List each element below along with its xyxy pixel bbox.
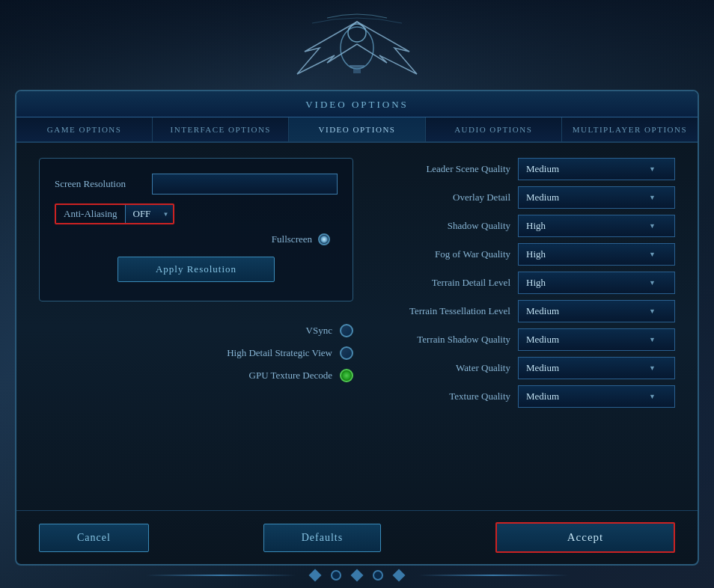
footer-bar: Cancel Defaults Accept <box>16 510 698 564</box>
quality-dropdown-2[interactable]: High <box>518 215 675 237</box>
quality-dropdown-0[interactable]: Medium <box>518 158 675 180</box>
tab-game-options[interactable]: GAME OPTIONS <box>16 117 153 141</box>
gpu-decode-label: GPU Texture Decode <box>249 370 332 382</box>
quality-dropdown-8[interactable]: Medium <box>518 385 675 408</box>
quality-row: Overlay DetailMedium <box>383 186 675 209</box>
dialog-content: Screen Resolution Anti-Aliasing OFF Full… <box>16 143 698 510</box>
quality-label-3: Fog of War Quality <box>383 248 510 260</box>
quality-value-6: Medium <box>526 334 559 346</box>
quality-value-5: Medium <box>526 305 559 317</box>
left-panel: Screen Resolution Anti-Aliasing OFF Full… <box>39 158 353 495</box>
quality-label-6: Terrain Shadow Quality <box>383 334 510 346</box>
quality-label-5: Terrain Tessellation Level <box>383 305 510 317</box>
quality-value-8: Medium <box>526 391 559 402</box>
deco-circle-left <box>331 570 341 581</box>
quality-row: Texture QualityMedium <box>383 385 675 408</box>
resolution-row: Screen Resolution <box>55 174 338 195</box>
high-detail-row: High Detail Strategic View <box>39 346 353 360</box>
quality-dropdown-4[interactable]: High <box>518 272 675 294</box>
quality-value-7: Medium <box>526 362 559 374</box>
right-panel: Leader Scene QualityMediumOverlay Detail… <box>383 158 675 495</box>
quality-value-4: High <box>526 277 546 289</box>
tab-audio-options[interactable]: AUDIO OPTIONS <box>426 117 562 141</box>
hero-banner <box>0 0 714 96</box>
quality-dropdown-3[interactable]: High <box>518 243 675 266</box>
quality-row: Fog of War QualityHigh <box>383 243 675 266</box>
deco-diamond-center <box>351 569 364 581</box>
antialiasing-row: Anti-Aliasing OFF <box>55 203 174 224</box>
apply-btn-wrap: Apply Resolution <box>55 257 338 282</box>
fullscreen-label: Fullscreen <box>272 233 312 245</box>
quality-value-1: Medium <box>526 192 559 203</box>
deco-line-right <box>418 575 568 576</box>
dialog-title: VIDEO OPTIONS <box>305 99 409 110</box>
quality-dropdown-1[interactable]: Medium <box>518 186 675 209</box>
quality-dropdown-6[interactable]: Medium <box>518 328 675 351</box>
dialog-title-bar: VIDEO OPTIONS <box>16 91 698 117</box>
fullscreen-row: Fullscreen <box>55 233 338 245</box>
deco-circle-right <box>373 570 383 581</box>
tab-multiplayer-options[interactable]: MULTIPLAYER OPTIONS <box>562 117 698 141</box>
vsync-section: VSync High Detail Strategic View GPU Tex… <box>39 316 353 382</box>
quality-row: Leader Scene QualityMedium <box>383 158 675 180</box>
bottom-decoration <box>0 562 714 588</box>
quality-label-7: Water Quality <box>383 362 510 374</box>
deco-diamond-left <box>309 569 322 581</box>
antialiasing-dropdown[interactable]: OFF <box>126 205 174 223</box>
svg-rect-3 <box>353 67 361 73</box>
quality-value-0: Medium <box>526 163 559 175</box>
quality-label-8: Texture Quality <box>383 391 510 402</box>
vsync-label: VSync <box>306 325 332 337</box>
resolution-box: Screen Resolution Anti-Aliasing OFF Full… <box>39 158 353 301</box>
gpu-decode-row: GPU Texture Decode <box>39 369 353 382</box>
quality-row: Terrain Shadow QualityMedium <box>383 328 675 351</box>
quality-row: Shadow QualityHigh <box>383 215 675 237</box>
quality-label-1: Overlay Detail <box>383 192 510 203</box>
defaults-button[interactable]: Defaults <box>263 524 381 552</box>
resolution-input[interactable] <box>152 174 338 195</box>
quality-label-4: Terrain Detail Level <box>383 277 510 289</box>
tab-bar: GAME OPTIONS INTERFACE OPTIONS VIDEO OPT… <box>16 117 698 143</box>
quality-row: Water QualityMedium <box>383 357 675 379</box>
svg-rect-2 <box>350 65 364 67</box>
antialiasing-label: Anti-Aliasing <box>56 205 126 223</box>
accept-button[interactable]: Accept <box>495 522 675 553</box>
high-detail-checkbox[interactable] <box>340 346 353 360</box>
quality-row: Terrain Detail LevelHigh <box>383 272 675 294</box>
apply-resolution-button[interactable]: Apply Resolution <box>118 257 275 282</box>
high-detail-label: High Detail Strategic View <box>227 347 332 359</box>
vsync-row: VSync <box>39 324 353 337</box>
quality-value-2: High <box>526 220 546 232</box>
deco-line-left <box>146 575 296 576</box>
deco-diamond-right <box>393 569 406 581</box>
resolution-label: Screen Resolution <box>55 178 144 190</box>
quality-label-2: Shadow Quality <box>383 220 510 232</box>
deco-center <box>311 570 403 581</box>
quality-dropdown-7[interactable]: Medium <box>518 357 675 379</box>
cancel-button[interactable]: Cancel <box>39 524 149 552</box>
tab-video-options[interactable]: VIDEO OPTIONS <box>289 117 425 141</box>
quality-value-3: High <box>526 248 546 260</box>
hero-emblem <box>282 7 432 89</box>
tab-interface-options[interactable]: INTERFACE OPTIONS <box>153 117 289 141</box>
quality-row: Terrain Tessellation LevelMedium <box>383 300 675 322</box>
gpu-decode-checkbox[interactable] <box>340 369 353 382</box>
quality-label-0: Leader Scene Quality <box>383 163 510 175</box>
fullscreen-radio[interactable] <box>318 233 330 245</box>
quality-dropdown-5[interactable]: Medium <box>518 300 675 322</box>
vsync-checkbox[interactable] <box>340 324 353 337</box>
main-dialog: VIDEO OPTIONS GAME OPTIONS INTERFACE OPT… <box>15 90 699 566</box>
svg-point-0 <box>341 27 373 69</box>
